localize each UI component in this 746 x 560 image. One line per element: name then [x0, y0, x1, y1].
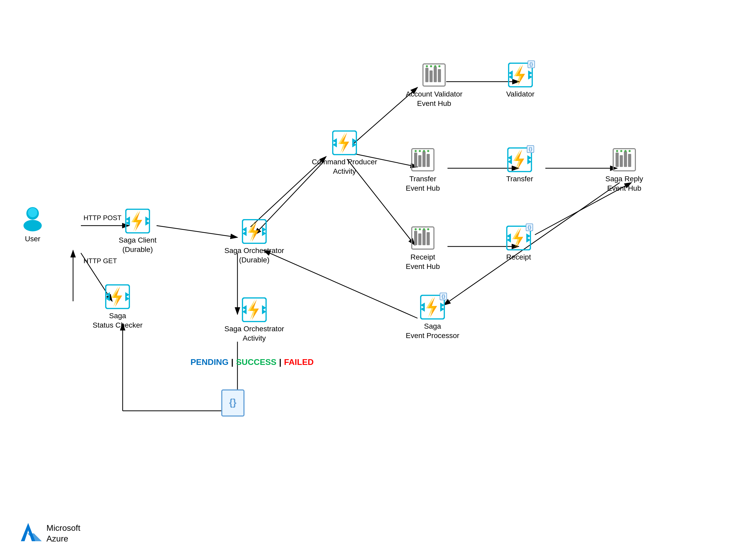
saga-client-icon [125, 209, 150, 233]
saga-status-checker-icon [105, 284, 130, 309]
svg-rect-97 [427, 232, 430, 245]
account-validator-hub-icon [422, 63, 447, 87]
svg-rect-85 [615, 153, 619, 167]
http-post-label: HTTP POST [84, 214, 121, 222]
svg-point-74 [419, 150, 421, 152]
svg-point-59 [434, 65, 436, 67]
receipt-label: Receipt [506, 253, 531, 262]
svg-rect-71 [423, 151, 426, 167]
transfer-label: Transfer [506, 174, 533, 184]
svg-point-23 [28, 208, 37, 217]
svg-rect-72 [427, 154, 430, 167]
status-sep1: | [231, 357, 233, 367]
transfer-hub-label: TransferEvent Hub [406, 174, 440, 193]
saga-reply-hub-node: Saga ReplyEvent Hub [605, 147, 643, 193]
saga-client-label: Saga Client(Durable) [119, 236, 156, 255]
user-icon [21, 203, 45, 232]
svg-rect-87 [624, 151, 627, 167]
status-failed: FAILED [284, 357, 314, 367]
user-label: User [25, 234, 40, 244]
saga-reply-hub-icon [612, 147, 637, 172]
svg-rect-86 [620, 155, 623, 167]
arrows-svg [0, 0, 746, 560]
validator-label: Validator [506, 89, 535, 99]
saga-orchestrator-icon [242, 219, 267, 244]
azure-logo-icon [21, 523, 42, 544]
command-producer-node: Command ProducerActivity [312, 130, 377, 176]
saga-client-node: Saga Client(Durable) [119, 209, 156, 255]
svg-point-101 [427, 228, 429, 230]
command-producer-icon [332, 130, 357, 155]
svg-rect-53 [425, 68, 428, 82]
saga-orchestrator-node: Saga Orchestrator(Durable) [224, 219, 284, 265]
http-get-label: HTTP GET [84, 257, 117, 265]
transfer-hub-node: TransferEvent Hub [406, 147, 440, 193]
saga-status-checker-label: SagaStatus Checker [93, 311, 142, 330]
azure-logo: MicrosoftAzure [21, 523, 80, 544]
svg-point-98 [414, 228, 417, 230]
svg-rect-88 [628, 154, 631, 167]
svg-rect-70 [418, 155, 422, 167]
status-pending: PENDING [191, 357, 229, 367]
svg-point-75 [423, 150, 425, 152]
storage-icon: {} [221, 389, 245, 417]
diagram-container: HTTP POST HTTP GET PENDING | SUCCESS | F… [0, 0, 746, 560]
saga-reply-hub-label: Saga ReplyEvent Hub [605, 174, 643, 193]
svg-point-58 [430, 65, 432, 67]
svg-point-89 [616, 150, 618, 152]
azure-logo-text: MicrosoftAzure [47, 523, 80, 544]
svg-point-99 [419, 228, 421, 230]
account-validator-hub-node: Account ValidatorEvent Hub [406, 63, 462, 109]
status-sep2: | [279, 357, 281, 367]
user-node: User [21, 203, 45, 244]
svg-rect-56 [438, 69, 441, 82]
saga-orchestrator-label: Saga Orchestrator(Durable) [224, 246, 284, 265]
saga-orchestrator-activity-label: Saga OrchestratorActivity [224, 324, 284, 343]
receipt-hub-label: ReceiptEvent Hub [406, 253, 440, 271]
svg-rect-95 [418, 233, 422, 245]
svg-point-57 [426, 65, 428, 67]
svg-point-60 [438, 65, 440, 67]
svg-point-76 [427, 150, 429, 152]
storage-node: {} [221, 389, 245, 417]
svg-rect-69 [414, 153, 417, 167]
svg-line-15 [443, 183, 620, 305]
saga-orchestrator-activity-icon [242, 297, 267, 322]
svg-point-100 [423, 228, 425, 230]
svg-rect-96 [423, 230, 426, 245]
saga-event-processor-node: {} SagaEvent Processor [406, 295, 459, 341]
status-success: SUCCESS [236, 357, 277, 367]
receipt-hub-icon [410, 226, 435, 250]
svg-rect-94 [414, 231, 417, 245]
svg-point-73 [414, 150, 417, 152]
saga-status-checker-node: SagaStatus Checker [93, 284, 142, 330]
svg-point-21 [24, 220, 42, 231]
account-validator-hub-label: Account ValidatorEvent Hub [406, 89, 462, 109]
transfer-node: {} Transfer [506, 147, 533, 184]
status-line: PENDING | SUCCESS | FAILED [191, 357, 314, 367]
command-producer-label: Command ProducerActivity [312, 157, 377, 176]
svg-marker-126 [27, 533, 42, 541]
svg-rect-55 [434, 66, 437, 82]
transfer-hub-icon [410, 147, 435, 172]
svg-rect-54 [430, 70, 433, 82]
receipt-node: {} Receipt [506, 226, 531, 262]
receipt-hub-node: ReceiptEvent Hub [406, 226, 440, 271]
validator-node: {} Validator [506, 63, 535, 99]
saga-event-processor-label: SagaEvent Processor [406, 322, 459, 341]
svg-point-91 [624, 150, 627, 152]
saga-orchestrator-activity-node: Saga OrchestratorActivity [224, 297, 284, 343]
svg-text:{}: {} [229, 397, 236, 408]
svg-point-92 [629, 150, 631, 152]
svg-point-90 [620, 150, 622, 152]
svg-line-16 [263, 250, 418, 318]
